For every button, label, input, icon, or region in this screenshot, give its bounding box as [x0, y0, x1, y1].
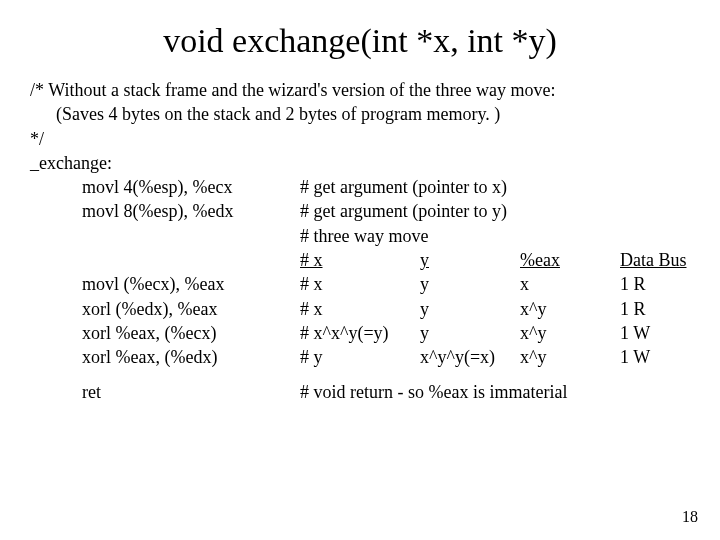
cell: # y [300, 345, 420, 369]
comment-line-1: /* Without a stack frame and the wizard'… [30, 78, 700, 102]
asm-comment: # get argument (pointer to y) [300, 199, 710, 223]
page-number: 18 [682, 508, 698, 526]
asm-instr: xorl %eax, (%edx) [30, 345, 300, 369]
cell: x^y^y(=x) [420, 345, 520, 369]
asm-instr [30, 224, 300, 248]
col-header-y: y [420, 250, 429, 270]
asm-table: movl 4(%esp), %ecx # get argument (point… [30, 175, 700, 369]
cell: x [520, 272, 620, 296]
cell: # x [300, 297, 420, 321]
asm-instr: xorl %eax, (%ecx) [30, 321, 300, 345]
cell: 1 W [620, 345, 710, 369]
cell: y [420, 297, 520, 321]
asm-instr: movl 4(%esp), %ecx [30, 175, 300, 199]
cell: x^y [520, 345, 620, 369]
cell: # x^x^y(=y) [300, 321, 420, 345]
asm-instr: ret [30, 380, 300, 404]
cell: y [420, 272, 520, 296]
asm-comment: # void return - so %eax is immaterial [300, 380, 710, 404]
slide-body: /* Without a stack frame and the wizard'… [0, 78, 720, 404]
cell: x^y [520, 297, 620, 321]
asm-label: _exchange: [30, 151, 700, 175]
col-header-x: # x [300, 250, 323, 270]
cell: x^y [520, 321, 620, 345]
cell: 1 R [620, 272, 710, 296]
asm-instr: xorl (%edx), %eax [30, 297, 300, 321]
cell: 1 R [620, 297, 710, 321]
comment-line-2: (Saves 4 bytes on the stack and 2 bytes … [30, 102, 700, 126]
comment-line-3: */ [30, 127, 700, 151]
asm-instr [30, 248, 300, 272]
slide-title: void exchange(int *x, int *y) [0, 22, 720, 60]
asm-instr: movl (%ecx), %eax [30, 272, 300, 296]
asm-instr: movl 8(%esp), %edx [30, 199, 300, 223]
col-header-bus: Data Bus [620, 250, 687, 270]
asm-ret-row: ret # void return - so %eax is immateria… [30, 380, 700, 404]
asm-comment: # three way move [300, 224, 710, 248]
cell: # x [300, 272, 420, 296]
cell: 1 W [620, 321, 710, 345]
asm-comment: # get argument (pointer to x) [300, 175, 710, 199]
col-header-eax: %eax [520, 250, 560, 270]
cell: y [420, 321, 520, 345]
